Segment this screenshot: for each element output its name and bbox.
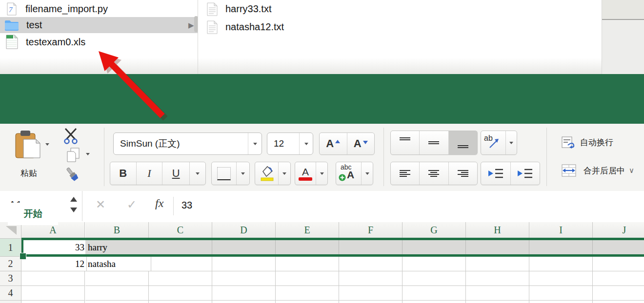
cell-J3[interactable] — [593, 271, 644, 286]
row-header-4[interactable]: 4 — [0, 286, 21, 301]
cell-G[interactable] — [402, 301, 466, 303]
cell-D[interactable] — [212, 301, 276, 303]
decrease-indent-button[interactable] — [481, 162, 511, 185]
cell-E2[interactable] — [276, 257, 339, 271]
cell-C2[interactable] — [149, 257, 212, 271]
format-painter-icon[interactable] — [63, 166, 82, 184]
cell-A[interactable] — [21, 301, 85, 303]
cell-J[interactable] — [593, 301, 644, 303]
cell-B2[interactable]: natasha — [85, 257, 151, 271]
column-header-B[interactable]: B — [85, 222, 149, 239]
paste-dropdown-icon[interactable] — [45, 143, 49, 146]
cell-I3[interactable] — [529, 271, 593, 286]
cell-I1[interactable] — [529, 239, 593, 256]
row-header-2[interactable]: 2 — [0, 257, 21, 271]
row-header-3[interactable]: 3 — [0, 271, 21, 286]
column-header-I[interactable]: I — [529, 222, 593, 239]
cell-G2[interactable] — [402, 257, 466, 271]
cell-C4[interactable] — [149, 286, 212, 301]
cell-H2[interactable] — [466, 257, 529, 271]
cell-C3[interactable] — [149, 271, 212, 286]
confirm-entry-icon[interactable]: ✓ — [127, 198, 137, 211]
cell-A1[interactable]: 33 — [21, 239, 87, 256]
paste-button[interactable] — [13, 130, 43, 162]
cell-F3[interactable] — [339, 271, 402, 286]
cell-F[interactable] — [339, 301, 402, 303]
text-effects-button[interactable]: abc A — [336, 162, 362, 185]
underline-dropdown[interactable] — [190, 162, 205, 185]
underline-button[interactable]: U — [162, 162, 190, 185]
bold-button[interactable]: B — [110, 162, 137, 185]
align-top-button[interactable] — [391, 131, 420, 154]
tab-home[interactable]: 开始 — [8, 203, 58, 225]
cell-B[interactable] — [85, 301, 149, 303]
name-box-down-stepper[interactable] — [70, 208, 77, 212]
cell-E3[interactable] — [276, 271, 339, 286]
align-bottom-button[interactable] — [449, 131, 477, 154]
cell-B1[interactable]: harry — [85, 239, 151, 256]
finder-item-testexam0-xls[interactable]: testexam0.xls — [0, 33, 198, 51]
borders-dropdown[interactable] — [237, 162, 249, 185]
cell-J1[interactable] — [593, 239, 644, 256]
cell-D1[interactable] — [212, 239, 276, 256]
align-right-button[interactable] — [449, 162, 477, 185]
cell-H3[interactable] — [466, 271, 529, 286]
cell-F4[interactable] — [339, 286, 402, 301]
finder-item-python-file[interactable]: 7 filename_import.py — [0, 1, 198, 17]
column-header-D[interactable]: D — [212, 222, 276, 239]
cell-E4[interactable] — [276, 286, 339, 301]
cell-F1[interactable] — [339, 239, 402, 256]
text-effects-dropdown[interactable] — [362, 162, 373, 185]
insert-function-icon[interactable]: fx — [155, 197, 163, 210]
italic-button[interactable]: I — [137, 162, 163, 185]
cell-E[interactable] — [276, 301, 339, 303]
cell-D3[interactable] — [212, 271, 276, 286]
cell-I4[interactable] — [529, 286, 593, 301]
cell-B3[interactable] — [85, 271, 149, 286]
finder-item-natasha12-txt[interactable]: natasha12.txt — [200, 19, 600, 35]
decrease-font-button[interactable]: A — [347, 133, 375, 154]
column-header-F[interactable]: F — [339, 222, 402, 239]
font-color-button[interactable]: A — [295, 162, 316, 185]
cell-C1[interactable] — [149, 239, 212, 256]
cell-H[interactable] — [466, 301, 529, 303]
cell-G3[interactable] — [402, 271, 466, 286]
cell-G4[interactable] — [402, 286, 466, 301]
finder-item-harry33-txt[interactable]: harry33.txt — [200, 1, 600, 17]
align-middle-button[interactable] — [420, 131, 448, 154]
cell-A3[interactable] — [21, 271, 85, 286]
increase-font-button[interactable]: A — [320, 133, 347, 154]
cell-F2[interactable] — [339, 257, 402, 271]
cancel-entry-icon[interactable]: ✕ — [96, 198, 105, 211]
column-header-J[interactable]: J — [593, 222, 644, 239]
row-header-1[interactable]: 1 — [0, 239, 21, 257]
borders-button[interactable] — [212, 162, 237, 185]
font-name-dropdown[interactable] — [248, 133, 262, 154]
copy-dropdown-icon[interactable] — [86, 153, 90, 155]
fill-handle[interactable] — [20, 253, 26, 260]
copy-icon[interactable] — [65, 147, 81, 163]
font-size-dropdown[interactable] — [299, 133, 313, 154]
fill-color-button[interactable] — [255, 162, 279, 185]
cell-B4[interactable] — [85, 286, 149, 301]
cell-A2[interactable]: 12 — [21, 257, 87, 271]
fill-color-dropdown[interactable] — [279, 162, 290, 185]
cell-C[interactable] — [149, 301, 212, 303]
formula-input-value[interactable]: 33 — [181, 200, 192, 211]
name-box-up-stepper[interactable] — [70, 197, 77, 202]
orientation-button[interactable]: ab — [481, 131, 506, 154]
align-left-button[interactable] — [391, 162, 420, 185]
column-header-C[interactable]: C — [149, 222, 212, 239]
cell-J2[interactable] — [593, 257, 644, 271]
column-header-E[interactable]: E — [276, 222, 339, 239]
cell-D2[interactable] — [212, 257, 276, 271]
column-header-G[interactable]: G — [402, 222, 466, 239]
increase-indent-button[interactable] — [511, 162, 540, 185]
merge-center-button[interactable]: 合并后居中 ∨ — [561, 164, 634, 177]
finder-item-test-folder[interactable]: test ▶ — [0, 17, 198, 33]
cell-H1[interactable] — [466, 239, 529, 256]
cell-J4[interactable] — [593, 286, 644, 301]
cell-H4[interactable] — [466, 286, 529, 301]
font-size-combobox[interactable]: 12 — [267, 133, 313, 155]
row-header-partial[interactable] — [0, 301, 21, 303]
